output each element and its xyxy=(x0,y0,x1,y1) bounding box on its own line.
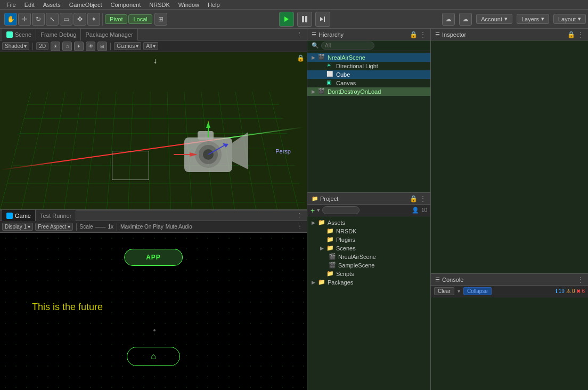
project-lock[interactable]: 🔒 xyxy=(410,195,418,202)
scene-lock-icon[interactable]: 🔒 xyxy=(297,54,305,62)
hierarchy-item-cube[interactable]: ⬜ Cube xyxy=(307,70,430,79)
project-item-packages[interactable]: ▶ 📁 Packages xyxy=(307,278,430,287)
tab-test-runner[interactable]: Test Runner xyxy=(36,210,76,222)
scene-grid-btn[interactable]: ⊞ xyxy=(97,42,107,51)
hierarchy-search-bar: 🔍 xyxy=(307,40,430,51)
scene-view[interactable]: Persp 🔒 ↓ xyxy=(0,52,307,209)
inspector-panel: ☰ Inspector 🔒 ⋮ xyxy=(431,29,588,274)
hierarchy-item-dontdestroy[interactable]: ▶ 🎬 DontDestroyOnLoad xyxy=(307,87,430,96)
menu-component[interactable]: Component xyxy=(106,0,145,9)
scene-arrow-icon: ↓ xyxy=(153,56,157,65)
play-button[interactable] xyxy=(279,12,294,27)
account-button[interactable]: Account ▾ xyxy=(476,14,512,24)
layers-button[interactable]: Layers ▾ xyxy=(517,14,549,24)
game-view[interactable]: APP This is the future ⌂ xyxy=(0,233,307,390)
rotate-tool[interactable]: ↻ xyxy=(32,13,45,26)
game-tab-more[interactable]: ⋮ xyxy=(295,212,305,219)
layers-label: Layers xyxy=(521,16,539,22)
display-label: Display 1 xyxy=(5,224,27,230)
project-filter-icon[interactable]: 👤 xyxy=(412,207,419,214)
console-clear-arrow[interactable]: ▾ xyxy=(458,288,460,294)
menu-file[interactable]: File xyxy=(2,0,20,9)
move-tool[interactable]: ✛ xyxy=(18,13,31,26)
game-home-button[interactable]: ⌂ xyxy=(127,347,180,366)
hierarchy-lock[interactable]: 🔒 xyxy=(410,31,418,38)
services-icon[interactable]: ☁ xyxy=(459,13,472,26)
right-toolbar: ☁ ☁ Account ▾ Layers ▾ Layout ▾ xyxy=(442,13,586,26)
console-clear-button[interactable]: Clear xyxy=(434,287,454,295)
project-dropdown-icon[interactable]: ▾ xyxy=(317,207,320,214)
tab-scene[interactable]: Scene xyxy=(2,29,36,40)
inspector-icon: ☰ xyxy=(435,31,440,37)
menu-window[interactable]: Window xyxy=(174,0,203,9)
mute-label[interactable]: Mute Audio xyxy=(166,224,192,230)
layout-button[interactable]: Layout ▾ xyxy=(553,14,586,24)
scene-audio-btn[interactable]: ♫ xyxy=(62,42,72,51)
rect-tool[interactable]: ▭ xyxy=(60,13,72,26)
project-more[interactable]: ⋮ xyxy=(420,195,426,202)
project-content: ▶ 📁 Assets 📁 NRSDK 📁 Plugins xyxy=(307,216,430,390)
project-item-nrealsecene[interactable]: 🎬 NrealAirScene xyxy=(307,253,430,261)
scene-hidden-btn[interactable]: 👁 xyxy=(86,42,95,51)
console-collapse-button[interactable]: Collapse xyxy=(463,287,492,295)
project-item-nrsdk[interactable]: 📁 NRSDK xyxy=(307,227,430,235)
project-item-scripts[interactable]: 📁 Scripts xyxy=(307,270,430,278)
hierarchy-item-nrealair[interactable]: ▶ 🎬 NrealAirScene xyxy=(307,53,430,62)
project-actions: 🔒 ⋮ xyxy=(410,195,426,202)
gizmos-dropdown[interactable]: Gizmos▾ xyxy=(114,42,141,50)
local-button[interactable]: Local xyxy=(128,14,152,24)
tab-more-icon[interactable]: ⋮ xyxy=(295,31,305,38)
game-tab-bar: Game Test Runner ⋮ xyxy=(0,209,307,221)
collab-icon[interactable]: ☁ xyxy=(442,13,455,26)
inspector-more[interactable]: ⋮ xyxy=(577,31,584,38)
project-item-samplescene[interactable]: 🎬 SampleScene xyxy=(307,261,430,270)
game-toolbar-more[interactable]: ⋮ xyxy=(295,224,305,230)
menu-gameobject[interactable]: GameObject xyxy=(65,0,107,9)
project-item-assets[interactable]: ▶ 📁 Assets xyxy=(307,218,430,227)
hierarchy-item-dirlight[interactable]: ☀ Directional Light xyxy=(307,62,430,70)
hierarchy-item-canvas[interactable]: ▣ Canvas xyxy=(307,79,430,87)
tab-package-manager[interactable]: Package Manager xyxy=(81,29,137,40)
transform-tools: ✋ ✛ ↻ ⤡ ▭ ✤ ✦ xyxy=(2,13,103,26)
test-runner-label: Test Runner xyxy=(40,213,71,219)
tab-frame-debug[interactable]: Frame Debug xyxy=(36,29,81,40)
menu-assets[interactable]: Assets xyxy=(39,0,65,9)
dim-dropdown[interactable]: 2D xyxy=(36,42,48,50)
game-toolbar: Display 1▾ Free Aspect▾ Scale —— 1x Maxi… xyxy=(0,221,307,233)
project-add-btn[interactable]: + xyxy=(311,206,315,215)
maximize-label[interactable]: Maximize On Play xyxy=(120,224,164,230)
inspector-content xyxy=(431,40,588,273)
hand-tool[interactable]: ✋ xyxy=(4,13,17,26)
pause-button[interactable] xyxy=(297,12,312,27)
shading-dropdown[interactable]: Shaded▾ xyxy=(2,42,29,50)
scale-tool[interactable]: ⤡ xyxy=(46,13,59,26)
layout-chevron: ▾ xyxy=(578,15,581,22)
game-app-button[interactable]: APP xyxy=(124,249,183,266)
pivot-button[interactable]: Pivot xyxy=(105,14,127,24)
custom-tool[interactable]: ✦ xyxy=(87,13,100,26)
hierarchy-more[interactable]: ⋮ xyxy=(420,31,426,38)
inspector-lock[interactable]: 🔒 xyxy=(567,31,575,38)
hierarchy-title: Hierarchy xyxy=(318,31,344,38)
project-item-scenes[interactable]: ▶ 📁 Scenes xyxy=(307,244,430,253)
multi-tool[interactable]: ✤ xyxy=(74,13,86,26)
menu-help[interactable]: Help xyxy=(203,0,224,9)
step-button[interactable] xyxy=(315,12,330,27)
menu-nrsdk[interactable]: NRSDK xyxy=(145,0,174,9)
console-more[interactable]: ⋮ xyxy=(577,276,584,283)
aspect-dropdown[interactable]: Free Aspect▾ xyxy=(35,223,72,231)
display-dropdown[interactable]: Display 1▾ xyxy=(2,223,33,231)
menu-edit[interactable]: Edit xyxy=(20,0,39,9)
scene-light-btn[interactable]: ☀ xyxy=(51,42,60,51)
tab-game[interactable]: Game xyxy=(2,210,36,222)
layers-chevron: ▾ xyxy=(541,15,544,22)
hierarchy-item-label: Canvas xyxy=(336,80,356,86)
project-item-plugins[interactable]: 📁 Plugins xyxy=(307,235,430,244)
all-dropdown[interactable]: All▾ xyxy=(143,42,158,50)
hierarchy-search-input[interactable] xyxy=(321,42,374,50)
project-search-input[interactable] xyxy=(322,206,360,214)
folder-icon2: 📁 xyxy=(326,228,334,235)
scene-fx-btn[interactable]: ✦ xyxy=(74,42,84,51)
snap-tool[interactable]: ⊞ xyxy=(154,13,167,26)
account-chevron: ▾ xyxy=(504,15,508,22)
